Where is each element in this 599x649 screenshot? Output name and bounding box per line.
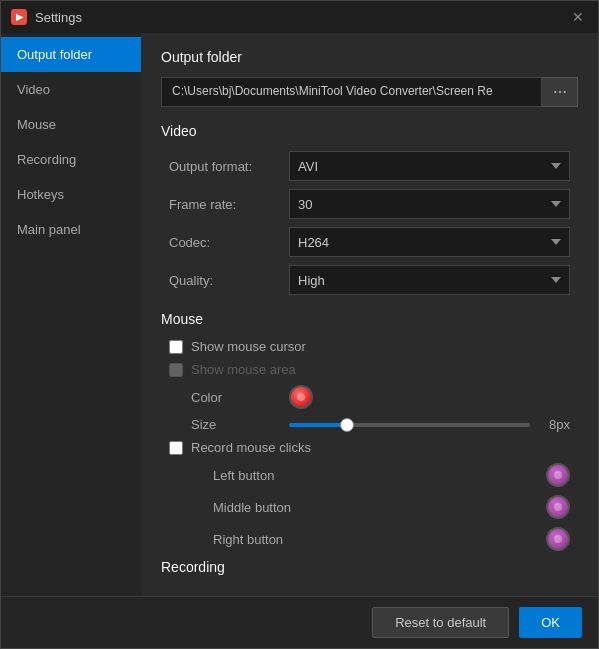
show-cursor-row: Show mouse cursor: [161, 339, 578, 354]
titlebar: ▶ Settings ✕: [1, 1, 598, 33]
right-button-row: Right button: [161, 527, 578, 551]
quality-row: Quality: Low Medium High Ultra: [161, 265, 578, 295]
frame-rate-select[interactable]: 24 30 60: [289, 189, 570, 219]
mouse-section: Mouse Show mouse cursor Show mouse area …: [161, 311, 578, 551]
left-button-color[interactable]: [546, 463, 570, 487]
video-section-title: Video: [161, 123, 578, 139]
frame-rate-label: Frame rate:: [169, 197, 289, 212]
show-cursor-label[interactable]: Show mouse cursor: [191, 339, 306, 354]
settings-panel: Output folder C:\Users\bj\Documents\Mini…: [141, 33, 598, 596]
middle-button-label: Middle button: [169, 500, 546, 515]
size-row: Size 8px: [161, 417, 578, 432]
video-section: Video Output format: AVI MP4 MKV MOV Fra…: [161, 123, 578, 295]
recording-section-title: Recording: [161, 559, 578, 575]
sidebar-item-mouse[interactable]: Mouse: [1, 107, 141, 142]
output-path-display: C:\Users\bj\Documents\MiniTool Video Con…: [161, 77, 542, 107]
record-clicks-row: Record mouse clicks: [161, 440, 578, 455]
footer: Reset to default OK: [1, 596, 598, 648]
record-clicks-checkbox[interactable]: [169, 441, 183, 455]
left-button-label: Left button: [169, 468, 546, 483]
show-area-row: Show mouse area: [161, 362, 578, 377]
mouse-section-title: Mouse: [161, 311, 578, 327]
color-picker-button[interactable]: [289, 385, 313, 409]
middle-button-row: Middle button: [161, 495, 578, 519]
show-cursor-checkbox[interactable]: [169, 340, 183, 354]
show-area-label: Show mouse area: [191, 362, 296, 377]
output-format-select[interactable]: AVI MP4 MKV MOV: [289, 151, 570, 181]
output-format-row: Output format: AVI MP4 MKV MOV: [161, 151, 578, 181]
show-area-checkbox[interactable]: [169, 363, 183, 377]
color-row: Color: [161, 385, 578, 409]
codec-row: Codec: H264 H265: [161, 227, 578, 257]
left-button-row: Left button: [161, 463, 578, 487]
output-path-row: C:\Users\bj\Documents\MiniTool Video Con…: [161, 77, 578, 107]
output-folder-title: Output folder: [161, 49, 578, 65]
quality-select[interactable]: Low Medium High Ultra: [289, 265, 570, 295]
sidebar-item-output-folder[interactable]: Output folder: [1, 37, 141, 72]
quality-label: Quality:: [169, 273, 289, 288]
ok-button[interactable]: OK: [519, 607, 582, 638]
record-clicks-label[interactable]: Record mouse clicks: [191, 440, 311, 455]
sidebar-item-recording[interactable]: Recording: [1, 142, 141, 177]
window-title: Settings: [35, 10, 568, 25]
size-slider[interactable]: [289, 423, 530, 427]
app-icon: ▶: [11, 9, 27, 25]
close-button[interactable]: ✕: [568, 7, 588, 27]
frame-rate-row: Frame rate: 24 30 60: [161, 189, 578, 219]
size-value: 8px: [530, 417, 570, 432]
browse-button[interactable]: ⋯: [542, 77, 578, 107]
middle-button-color[interactable]: [546, 495, 570, 519]
sidebar-item-video[interactable]: Video: [1, 72, 141, 107]
color-label: Color: [169, 390, 289, 405]
reset-button[interactable]: Reset to default: [372, 607, 509, 638]
output-format-label: Output format:: [169, 159, 289, 174]
main-content: Output folder Video Mouse Recording Hotk…: [1, 33, 598, 596]
sidebar: Output folder Video Mouse Recording Hotk…: [1, 33, 141, 596]
size-label: Size: [169, 417, 289, 432]
sidebar-item-hotkeys[interactable]: Hotkeys: [1, 177, 141, 212]
codec-select[interactable]: H264 H265: [289, 227, 570, 257]
codec-label: Codec:: [169, 235, 289, 250]
right-button-label: Right button: [169, 532, 546, 547]
sidebar-item-main-panel[interactable]: Main panel: [1, 212, 141, 247]
color-swatch-highlight: [297, 393, 305, 401]
settings-window: ▶ Settings ✕ Output folder Video Mouse R…: [0, 0, 599, 649]
right-button-color[interactable]: [546, 527, 570, 551]
